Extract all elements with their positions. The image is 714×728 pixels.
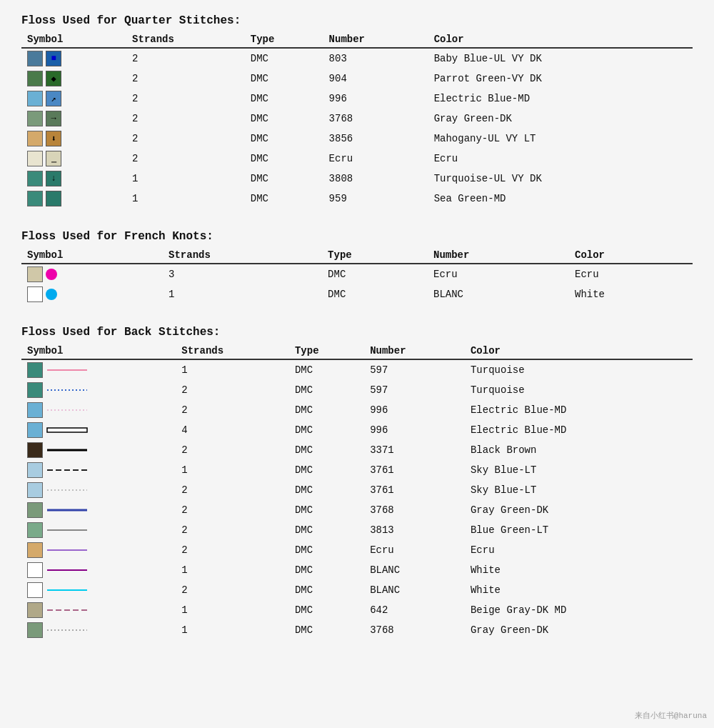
color-swatch (27, 286, 43, 302)
color-swatch (27, 382, 43, 398)
stitch-icon: ⎯ (46, 151, 61, 166)
strands-value: 1 (126, 169, 245, 189)
strands-value: 2 (126, 69, 245, 89)
symbol-cell: ↗ (21, 89, 126, 109)
color-name: White (465, 580, 693, 600)
color-swatch (27, 562, 43, 578)
type-value: DMC (289, 460, 364, 480)
color-name: Turquoise (465, 359, 693, 380)
number-value: 3768 (364, 620, 465, 640)
symbol-cell (21, 189, 126, 209)
line-symbol (46, 425, 89, 435)
strands-value: 2 (176, 480, 289, 500)
number-value: BLANC (428, 284, 569, 304)
symbol-cell (21, 380, 176, 400)
symbol-cell (21, 520, 176, 540)
strands-value: 2 (176, 500, 289, 520)
color-name: Electric Blue-MD (465, 400, 693, 420)
type-value: DMC (289, 359, 364, 380)
column-header: Type (245, 31, 323, 48)
strands-value: 1 (176, 460, 289, 480)
symbol-cell (21, 620, 176, 640)
table-row: 2DMC597Turquoise (21, 380, 693, 400)
number-value: 597 (364, 359, 465, 380)
number-value: 904 (323, 69, 428, 89)
symbol-cell: → (21, 109, 126, 129)
column-header: Number (364, 343, 465, 359)
number-value: Ecru (428, 264, 569, 284)
strands-value: 1 (176, 620, 289, 640)
type-value: DMC (245, 189, 323, 209)
table-row: 1DMC597Turquoise (21, 359, 693, 380)
column-header: Symbol (21, 247, 163, 264)
color-swatch (27, 542, 43, 558)
color-name: Gray Green-DK (465, 500, 693, 520)
section-quarter-stitches: Floss Used for Quarter Stitches:SymbolSt… (21, 14, 693, 209)
color-swatch (27, 131, 43, 146)
watermark: 来自小红书@haruna (635, 710, 707, 721)
table-row: 2DMC3761Sky Blue-LT (21, 480, 693, 500)
line-symbol (46, 525, 89, 535)
line-symbol (46, 485, 89, 495)
strands-value: 2 (126, 149, 245, 169)
color-name: Ecru (569, 264, 693, 284)
color-swatch (27, 51, 43, 66)
type-value: DMC (289, 540, 364, 560)
number-value: Ecru (323, 149, 428, 169)
number-value: 803 (323, 48, 428, 69)
type-value: DMC (245, 48, 323, 69)
symbol-cell (21, 284, 163, 304)
number-value: Ecru (364, 540, 465, 560)
color-swatch (27, 402, 43, 418)
line-symbol (46, 365, 89, 375)
type-value: DMC (289, 380, 364, 400)
type-value: DMC (245, 69, 323, 89)
strands-value: 4 (176, 420, 289, 440)
type-value: DMC (289, 560, 364, 580)
color-name: Sky Blue-LT (465, 460, 693, 480)
table-row: 3DMCEcruEcru (21, 264, 693, 284)
color-swatch (27, 111, 43, 126)
column-header: Type (289, 343, 364, 359)
column-header: Color (428, 31, 693, 48)
color-name: White (465, 560, 693, 580)
color-name: Sea Green-MD (428, 189, 693, 209)
symbol-cell (21, 264, 163, 284)
strands-value: 2 (176, 540, 289, 560)
circle-symbol (46, 269, 57, 280)
table-row: ↓1DMC3808Turquoise-UL VY DK (21, 169, 693, 189)
table-row: 4DMC996Electric Blue-MD (21, 420, 693, 440)
symbol-cell (21, 540, 176, 560)
symbol-cell (21, 440, 176, 460)
number-value: 3768 (323, 109, 428, 129)
color-swatch (27, 171, 43, 186)
symbol-cell: ⬇ (21, 129, 126, 149)
line-symbol (46, 405, 89, 415)
color-name: Blue Green-LT (465, 520, 693, 540)
number-value: BLANC (364, 560, 465, 580)
section-title: Floss Used for Quarter Stitches: (21, 14, 693, 27)
color-name: Baby Blue-UL VY DK (428, 48, 693, 69)
app-container: Floss Used for Quarter Stitches:SymbolSt… (21, 14, 693, 640)
line-symbol (46, 605, 89, 615)
color-name: Electric Blue-MD (465, 420, 693, 440)
symbol-cell (21, 400, 176, 420)
color-name: Ecru (465, 540, 693, 560)
line-symbol (46, 505, 89, 515)
column-header: Symbol (21, 343, 176, 359)
color-swatch (27, 266, 43, 282)
table-row: ◆2DMC904Parrot Green-VY DK (21, 69, 693, 89)
strands-value: 2 (176, 380, 289, 400)
color-name: Gray Green-DK (465, 620, 693, 640)
number-value: 3856 (323, 129, 428, 149)
type-value: DMC (245, 109, 323, 129)
number-value: 642 (364, 600, 465, 620)
type-value: DMC (289, 520, 364, 540)
number-value: 996 (364, 400, 465, 420)
color-swatch (27, 151, 43, 166)
table-row: 1DMCBLANCWhite (21, 560, 693, 580)
svg-rect-4 (48, 429, 86, 432)
table-row: ⬇2DMC3856Mahogany-UL VY LT (21, 129, 693, 149)
color-name: Black Brown (465, 440, 693, 460)
type-value: DMC (289, 440, 364, 460)
